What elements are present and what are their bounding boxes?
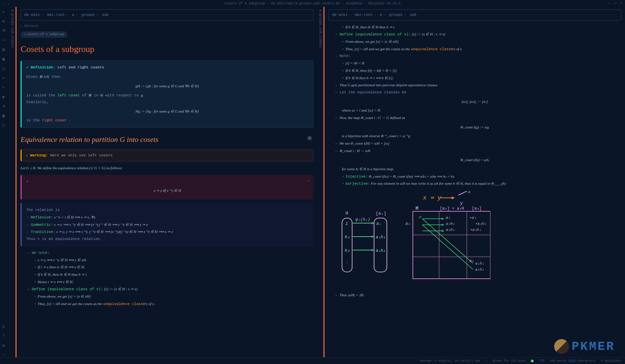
formula-left-coset: gH := {gh : for some g ∈ G and ∀h ∈ H}	[26, 83, 308, 89]
folder-icon[interactable]: ▭	[2, 75, 7, 80]
svg-text:[a₂] = a₂H: [a₂] = a₂H	[440, 206, 464, 211]
scissors-icon[interactable]: ✂	[2, 38, 7, 42]
tab-label-left[interactable]: a.groups.sub.cosets	[9, 7, 16, 357]
close-icon[interactable]: ×	[620, 2, 622, 5]
help-icon[interactable]: ?	[2, 334, 7, 338]
svg-text:•a₃: •a₃	[470, 216, 476, 220]
left-ribbon: ✎ ⊕ ⟳ ✂ ▤ ▦ ▢ ▭ ✄ ◐ ⤨ ▣ ▢ ◇ ? ⚙ ›	[0, 7, 9, 357]
titlebar-title: Cosets of a subgroup - 00 Wiki/mat/a.gro…	[224, 2, 400, 5]
maximize-icon[interactable]: □	[614, 2, 616, 5]
reference-count-badge[interactable]: 3	[307, 136, 312, 141]
breadcrumb[interactable]: 00 Wiki→ mat-root→ a→ groups→ sub	[21, 9, 313, 21]
svg-text:a₁: a₁	[470, 259, 474, 263]
svg-text:•a₃h₂: •a₃h₂	[475, 222, 486, 226]
editor-pane-left[interactable]: 00 Wiki→ mat-root→ a→ groups→ sub ↘ META…	[17, 7, 317, 357]
tv-icon[interactable]: ▢	[2, 123, 7, 127]
svg-text:H: H	[345, 211, 348, 216]
breadcrumb[interactable]: 00 Wiki→ mat-root→ a→ groups→ sub	[329, 9, 621, 21]
svg-text:h₁: h₁	[345, 235, 350, 240]
minimize-icon[interactable]: —	[608, 2, 610, 5]
relation-proof-block: The relation is - Reflexive: x⁻¹x = i ∈ …	[21, 203, 313, 246]
collapse-icon[interactable]: ›	[2, 353, 7, 357]
paragraph: Let G ≥ H. We define the equivalence rel…	[21, 165, 313, 172]
break-timer[interactable]: Break for 121 mins	[493, 359, 525, 363]
left-coset-term: left coset	[57, 93, 80, 97]
pen-icon[interactable]: ✎	[2, 9, 7, 14]
svg-text:H: H	[416, 206, 418, 211]
svg-text:x: x	[467, 191, 471, 194]
page-icon[interactable]: ▢	[2, 66, 7, 71]
svg-text:i: i	[345, 221, 348, 226]
watermark: PKMER	[554, 339, 615, 354]
lightbulb-icon[interactable]: ◐	[2, 94, 7, 99]
check-icon[interactable]: ✓	[486, 359, 487, 363]
svg-text:h₂: h₂	[345, 248, 350, 253]
svg-text:y: y	[460, 201, 463, 206]
warning-callout: ⚠ Warning: Here we only use left cosets	[21, 149, 313, 162]
star-icon: ✦	[26, 179, 29, 183]
editor-pane-right[interactable]: 00 Wiki→ mat-root→ a→ groups→ sub •If h …	[324, 7, 625, 357]
nav-fwd-icon[interactable]: ›	[7, 2, 9, 5]
cut-icon[interactable]: ✄	[2, 85, 7, 90]
shuffle-icon[interactable]: ⤨	[2, 104, 7, 109]
svg-text:•a₃h₁: •a₃h₁	[470, 228, 481, 232]
svg-text:a₁h₂: a₁h₂	[475, 268, 484, 272]
svg-text:a₂h₂: a₂h₂	[446, 228, 455, 232]
tts-indicator[interactable]: TTS	[539, 359, 544, 363]
title-pill[interactable]: ↗ Cosets of a subgroup	[21, 31, 67, 38]
grid-icon[interactable]: ▦	[2, 57, 7, 61]
sync-status-dot[interactable]	[531, 360, 534, 362]
def-prefix: ✏ Definition.	[26, 65, 55, 69]
svg-text:a₁h₁: a₁h₁	[475, 262, 484, 266]
section-heading: Equivalence relation to partition G into…	[21, 133, 313, 146]
svg-text:a₁: a₁	[405, 221, 410, 226]
book-icon[interactable]: ▤	[2, 47, 7, 52]
page-title: Cosets of a subgroup	[21, 42, 313, 57]
backlinks-count[interactable]: 8 backlinks	[601, 359, 621, 363]
svg-text:aᵢh₂: aᵢh₂	[376, 248, 386, 253]
equation-callout: ✦ ⌄ x ≃ y iff x⁻¹y ∈ H	[21, 175, 313, 200]
svg-text:aᵢh₁: aᵢh₁	[376, 235, 386, 240]
titlebar: ‹ › Cosets of a subgroup - 00 Wiki/mat/a…	[0, 0, 625, 7]
handwritten-diagram: x ≃ y x y H i h₁ h₂ ⋮ [aᵢ] aᵢ	[335, 191, 490, 285]
svg-text:x ≃ y: x ≃ y	[423, 194, 442, 201]
metadata-label[interactable]: ↘ METADATA	[21, 24, 313, 29]
svg-text:⋮: ⋮	[345, 261, 349, 265]
svg-text:a₂h₁: a₂h₁	[446, 222, 455, 226]
review-status[interactable]: Review: 4 note(s), 10 card(s) due	[420, 359, 480, 363]
def-label: Left and right cosets	[57, 65, 104, 69]
settings-icon[interactable]: ⚙	[2, 343, 7, 348]
vault-icon[interactable]: ◇	[2, 324, 7, 329]
svg-text:[a₃]: [a₃]	[472, 206, 482, 211]
definition-callout: ✏ Definition. Left and right cosets Give…	[21, 61, 313, 128]
svg-text:a₂: a₂	[446, 216, 450, 220]
watermark-logo-icon	[554, 339, 569, 354]
word-count[interactable]: 569 words 3134 characters	[550, 359, 596, 363]
chevron-down-icon[interactable]: ⌄	[308, 177, 310, 183]
svg-text:[aᵢ]: [aᵢ]	[376, 211, 386, 216]
calendar-icon[interactable]: ▣	[2, 113, 7, 118]
formula-right-coset: Hg := {hg : for some g ∈ G and ∀h ∈ H}	[26, 108, 308, 115]
sync-icon[interactable]: ⟳	[2, 28, 7, 33]
right-coset-term: right coset	[42, 118, 66, 122]
svg-rect-10	[374, 218, 387, 272]
statusbar: Review: 4 note(s), 10 card(s) due ✓ Brea…	[0, 357, 625, 364]
nav-back-icon[interactable]: ‹	[3, 2, 5, 5]
warning-icon: ⚠	[26, 153, 28, 157]
tab-label-right[interactable]: a.groups.sub.cosets	[317, 7, 323, 357]
svg-text:aᵢ: aᵢ	[376, 221, 381, 226]
globe-icon[interactable]: ⊕	[2, 19, 7, 24]
svg-text:φᵢ(hᵢ): φᵢ(hᵢ)	[356, 217, 370, 222]
